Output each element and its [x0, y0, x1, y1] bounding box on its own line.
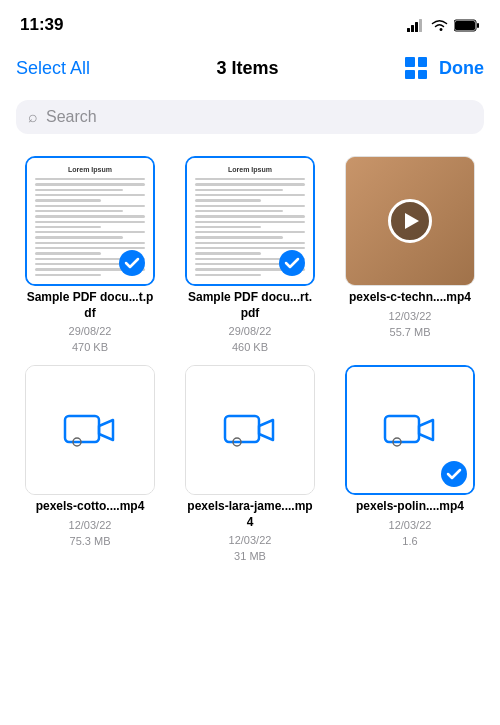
play-circle [388, 199, 432, 243]
top-nav: Select All 3 Items Done [0, 44, 500, 94]
selection-check [279, 250, 305, 276]
video-camera-icon [223, 410, 277, 450]
status-icons [407, 19, 480, 32]
file-name: Sample PDF docu...rt.pdf [185, 290, 315, 321]
file-name: pexels-polin....mp4 [356, 499, 464, 515]
svg-rect-7 [65, 416, 99, 442]
search-bar[interactable]: ⌕ Search [16, 100, 484, 134]
file-name: Sample PDF docu...t.pdf [25, 290, 155, 321]
file-name: pexels-lara-jame....mp4 [185, 499, 315, 530]
search-bar-container: ⌕ Search [0, 94, 500, 144]
svg-rect-0 [407, 28, 410, 32]
file-thumbnail-wrapper: Lorem Ipsum [185, 156, 315, 286]
file-item[interactable]: Lorem Ipsum [16, 156, 164, 353]
selection-check [119, 250, 145, 276]
status-bar: 11:39 [0, 0, 500, 44]
file-thumbnail-wrapper: Lorem Ipsum [25, 156, 155, 286]
wifi-icon [431, 19, 448, 32]
pdf-thumbnail: Lorem Ipsum [187, 158, 313, 284]
battery-icon [454, 19, 480, 32]
file-item[interactable]: Lorem Ipsum [176, 156, 324, 353]
status-time: 11:39 [20, 15, 63, 35]
file-thumbnail-wrapper [345, 365, 475, 495]
search-placeholder: Search [46, 108, 97, 126]
file-date: 12/03/22 [389, 310, 432, 322]
file-date: 12/03/22 [389, 519, 432, 531]
file-size: 470 KB [72, 341, 108, 353]
file-size: 460 KB [232, 341, 268, 353]
svg-rect-9 [225, 416, 259, 442]
file-name: pexels-c-techn....mp4 [349, 290, 471, 306]
file-date: 12/03/22 [229, 534, 272, 546]
svg-rect-3 [419, 19, 422, 32]
file-item[interactable]: pexels-c-techn....mp4 12/03/22 55.7 MB [336, 156, 484, 353]
svg-rect-1 [411, 25, 414, 32]
items-count-title: 3 Items [217, 58, 279, 79]
file-thumbnail-wrapper [25, 365, 155, 495]
file-grid: Lorem Ipsum [0, 144, 500, 574]
file-item[interactable]: pexels-lara-jame....mp4 12/03/22 31 MB [176, 365, 324, 562]
file-name: pexels-cotto....mp4 [36, 499, 145, 515]
video-camera-icon [63, 410, 117, 450]
selection-check [441, 461, 467, 487]
file-size: 1.6 [402, 535, 417, 547]
signal-icon [407, 19, 425, 32]
file-date: 29/08/22 [69, 325, 112, 337]
done-button[interactable]: Done [439, 58, 484, 79]
video-thumbnail [346, 157, 474, 285]
file-item[interactable]: pexels-polin....mp4 12/03/22 1.6 [336, 365, 484, 562]
grid-view-toggle[interactable] [405, 57, 427, 79]
pdf-thumbnail: Lorem Ipsum [27, 158, 153, 284]
file-size: 55.7 MB [390, 326, 431, 338]
file-item[interactable]: pexels-cotto....mp4 12/03/22 75.3 MB [16, 365, 164, 562]
search-icon: ⌕ [28, 108, 38, 126]
svg-rect-6 [477, 23, 479, 28]
file-size: 75.3 MB [70, 535, 111, 547]
file-thumbnail-wrapper [345, 156, 475, 286]
svg-rect-11 [385, 416, 419, 442]
video-file-thumbnail [347, 367, 473, 493]
file-date: 12/03/22 [69, 519, 112, 531]
svg-rect-2 [415, 22, 418, 32]
file-date: 29/08/22 [229, 325, 272, 337]
video-file-thumbnail [26, 366, 154, 494]
nav-right-controls: Done [405, 57, 484, 79]
file-thumbnail-wrapper [185, 365, 315, 495]
video-file-thumbnail [186, 366, 314, 494]
select-all-button[interactable]: Select All [16, 58, 90, 79]
file-size: 31 MB [234, 550, 266, 562]
svg-rect-5 [455, 21, 475, 30]
video-camera-icon [383, 410, 437, 450]
